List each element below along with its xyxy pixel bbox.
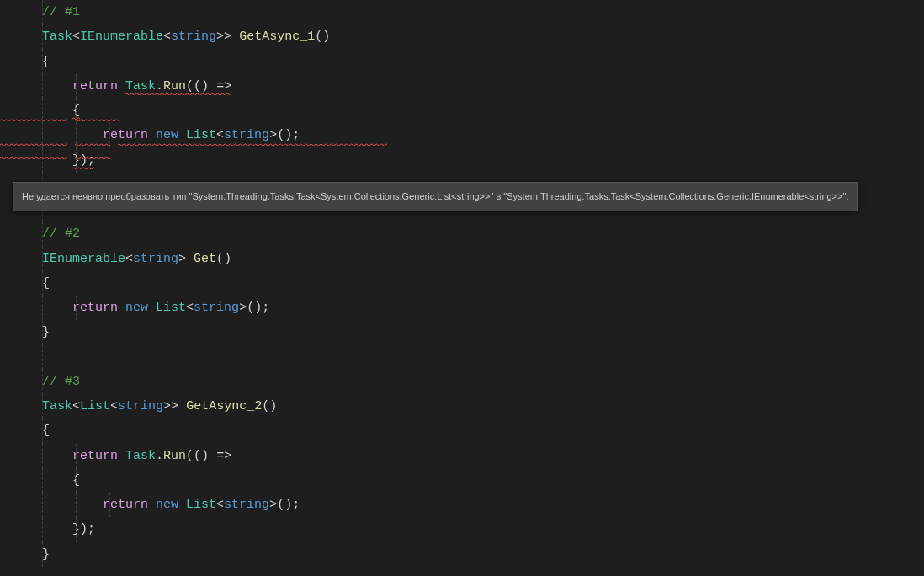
comment: // #2 xyxy=(42,227,80,241)
code-line[interactable]: return new List<string>(); xyxy=(42,296,924,320)
keyword-return: return xyxy=(72,79,118,93)
code-line[interactable]: } xyxy=(42,320,924,344)
code-line[interactable]: return Task.Run(() => xyxy=(42,444,924,468)
method-getasync2: GetAsync_2 xyxy=(186,399,262,413)
code-line[interactable]: { xyxy=(42,271,924,296)
code-line[interactable]: { xyxy=(42,50,924,74)
code-line[interactable]: } xyxy=(42,542,924,567)
code-line[interactable]: return new List<string>(); xyxy=(42,493,924,517)
tooltip-text: Не удается неявно преобразовать тип "Sys… xyxy=(22,191,848,201)
method-getasync1: GetAsync_1 xyxy=(239,29,315,44)
code-line[interactable]: IEnumerable<string> Get() xyxy=(42,247,924,271)
comment: // #3 xyxy=(42,375,80,389)
code-line[interactable]: return new List<string>(); xyxy=(42,123,924,147)
code-line[interactable]: Task<IEnumerable<string>> GetAsync_1() xyxy=(42,24,924,49)
code-line[interactable]: // #2 xyxy=(42,221,924,246)
code-line[interactable] xyxy=(42,345,924,370)
type-task: Task xyxy=(42,29,72,44)
type-ienumerable: IEnumerable xyxy=(80,29,163,44)
code-line[interactable]: // #1 xyxy=(42,0,924,24)
code-line[interactable]: { xyxy=(42,419,924,443)
code-line[interactable]: { xyxy=(42,99,924,123)
code-line[interactable]: Task<List<string>> GetAsync_2() xyxy=(42,394,924,419)
method-get: Get xyxy=(194,252,216,266)
comment: // #1 xyxy=(42,5,80,19)
code-line[interactable]: }); xyxy=(42,517,924,541)
keyword-string: string xyxy=(171,29,216,44)
code-editor[interactable]: // #1 Task<IEnumerable<string>> GetAsync… xyxy=(0,0,924,567)
code-line[interactable]: return Task.Run(() => xyxy=(42,74,924,99)
error-tooltip: Не удается неявно преобразовать тип "Sys… xyxy=(13,182,858,211)
code-line[interactable]: // #3 xyxy=(42,370,924,394)
code-line[interactable]: { xyxy=(42,468,924,493)
code-line[interactable]: }); xyxy=(42,148,924,173)
